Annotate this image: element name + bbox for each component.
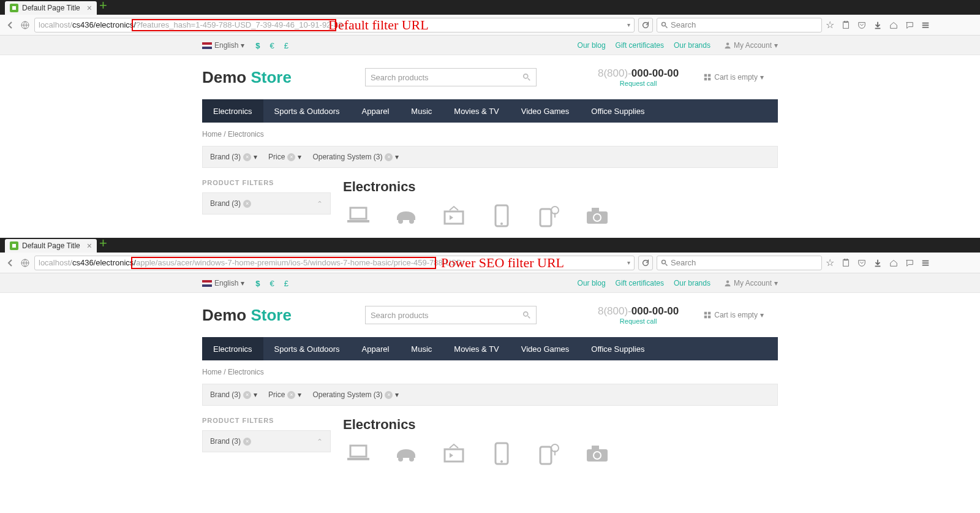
link-gift[interactable]: Gift certificates bbox=[616, 279, 664, 287]
nav-item-movies[interactable]: Movies & TV bbox=[443, 99, 510, 123]
car-icon[interactable] bbox=[391, 203, 421, 228]
request-call-link[interactable]: Request call bbox=[598, 80, 679, 87]
camera-icon[interactable] bbox=[582, 203, 612, 228]
bookmark-star-icon[interactable]: ☆ bbox=[826, 257, 834, 268]
menu-icon[interactable] bbox=[921, 21, 930, 29]
nav-item-sports[interactable]: Sports & Outdoors bbox=[263, 337, 351, 360]
account-menu[interactable]: My Account ▾ bbox=[724, 279, 778, 287]
browser-search-box[interactable]: Search bbox=[657, 18, 822, 32]
phone-icon[interactable] bbox=[486, 441, 517, 466]
svg-point-35 bbox=[398, 457, 403, 462]
request-call-link[interactable]: Request call bbox=[598, 317, 679, 325]
camera-icon[interactable] bbox=[582, 441, 612, 466]
filter-os[interactable]: Operating System (3) × ▾ bbox=[312, 390, 399, 399]
browser-tab[interactable]: Default Page Title × bbox=[5, 1, 97, 15]
product-search-input[interactable]: Search products bbox=[365, 68, 537, 86]
clear-icon[interactable]: × bbox=[243, 200, 251, 208]
back-button[interactable] bbox=[5, 257, 16, 268]
cart-button[interactable]: Cart is empty ▾ bbox=[703, 311, 764, 319]
language-selector[interactable]: English ▾ bbox=[202, 279, 244, 287]
reload-button[interactable] bbox=[638, 18, 653, 32]
chevron-up-icon[interactable]: ⌄ bbox=[317, 199, 323, 208]
pocket-icon[interactable] bbox=[858, 259, 866, 267]
link-gift[interactable]: Gift certificates bbox=[616, 41, 664, 50]
nav-item-office[interactable]: Office Supplies bbox=[580, 337, 655, 360]
nav-item-games[interactable]: Video Games bbox=[510, 99, 581, 123]
clear-icon[interactable]: × bbox=[243, 391, 251, 399]
nav-item-office[interactable]: Office Supplies bbox=[580, 99, 655, 123]
logo[interactable]: Demo Store bbox=[202, 306, 292, 325]
home-icon[interactable] bbox=[889, 21, 898, 29]
gps-icon[interactable] bbox=[534, 203, 565, 228]
clear-icon[interactable]: × bbox=[385, 153, 393, 161]
download-icon[interactable] bbox=[873, 21, 882, 29]
car-icon[interactable] bbox=[391, 441, 421, 466]
breadcrumb-home[interactable]: Home bbox=[202, 130, 222, 139]
nav-item-apparel[interactable]: Apparel bbox=[351, 337, 401, 360]
filter-os[interactable]: Operating System (3) × ▾ bbox=[312, 153, 399, 161]
filter-price[interactable]: Price × ▾ bbox=[268, 390, 301, 399]
download-icon[interactable] bbox=[873, 259, 882, 267]
home-icon[interactable] bbox=[889, 259, 898, 267]
chevron-up-icon[interactable]: ⌄ bbox=[317, 437, 323, 446]
nav-item-music[interactable]: Music bbox=[400, 337, 443, 360]
nav-item-movies[interactable]: Movies & TV bbox=[443, 337, 510, 360]
link-blog[interactable]: Our blog bbox=[578, 279, 606, 287]
sidebar-filter-brand[interactable]: Brand (3)× ⌄ bbox=[202, 430, 331, 452]
nav-item-electronics[interactable]: Electronics bbox=[202, 99, 263, 123]
chat-icon[interactable] bbox=[905, 21, 914, 29]
product-search-input[interactable]: Search products bbox=[365, 306, 537, 324]
link-brands[interactable]: Our brands bbox=[674, 279, 710, 287]
clear-icon[interactable]: × bbox=[243, 438, 251, 446]
url-dropdown-icon[interactable]: ▾ bbox=[627, 259, 630, 266]
nav-item-sports[interactable]: Sports & Outdoors bbox=[263, 99, 351, 123]
search-icon[interactable] bbox=[522, 311, 531, 319]
clear-icon[interactable]: × bbox=[385, 391, 393, 399]
filter-brand[interactable]: Brand (3) × ▾ bbox=[210, 390, 257, 399]
link-brands[interactable]: Our brands bbox=[674, 41, 710, 50]
chat-icon[interactable] bbox=[905, 259, 914, 267]
laptop-icon[interactable] bbox=[343, 203, 374, 228]
close-tab-icon[interactable]: × bbox=[87, 3, 92, 13]
reload-button[interactable] bbox=[638, 256, 653, 270]
tv-icon[interactable] bbox=[439, 203, 469, 228]
breadcrumb: Home / Electronics bbox=[202, 368, 778, 376]
tv-icon[interactable] bbox=[439, 441, 469, 466]
menu-icon[interactable] bbox=[921, 259, 930, 267]
search-icon[interactable] bbox=[522, 73, 531, 82]
clear-icon[interactable]: × bbox=[243, 153, 251, 161]
account-menu[interactable]: My Account ▾ bbox=[724, 41, 778, 50]
cart-button[interactable]: Cart is empty ▾ bbox=[703, 73, 764, 82]
globe-icon bbox=[20, 20, 31, 31]
logo[interactable]: Demo Store bbox=[202, 68, 292, 87]
nav-item-games[interactable]: Video Games bbox=[510, 337, 581, 360]
bookmark-star-icon[interactable]: ☆ bbox=[826, 19, 834, 31]
new-tab-button[interactable]: + bbox=[99, 0, 107, 13]
currency-selector[interactable]: $ € £ bbox=[255, 41, 288, 50]
back-button[interactable] bbox=[5, 20, 16, 31]
sidebar-filter-brand[interactable]: Brand (3)× ⌄ bbox=[202, 192, 331, 215]
filter-brand[interactable]: Brand (3) × ▾ bbox=[210, 153, 257, 161]
gps-icon[interactable] bbox=[534, 441, 565, 466]
link-blog[interactable]: Our blog bbox=[578, 41, 606, 50]
browser-tab[interactable]: Default Page Title × bbox=[5, 239, 97, 253]
language-selector[interactable]: English ▾ bbox=[202, 41, 244, 50]
nav-item-music[interactable]: Music bbox=[400, 99, 443, 123]
filter-price[interactable]: Price × ▾ bbox=[268, 153, 301, 161]
url-dropdown-icon[interactable]: ▾ bbox=[627, 21, 630, 28]
breadcrumb-home[interactable]: Home bbox=[202, 368, 222, 376]
pocket-icon[interactable] bbox=[858, 21, 866, 29]
flag-icon bbox=[202, 42, 212, 49]
new-tab-button[interactable]: + bbox=[99, 238, 107, 251]
nav-item-electronics[interactable]: Electronics bbox=[202, 337, 263, 360]
laptop-icon[interactable] bbox=[343, 441, 374, 466]
close-tab-icon[interactable]: × bbox=[87, 241, 92, 251]
browser-search-box[interactable]: Search bbox=[657, 256, 822, 270]
clear-icon[interactable]: × bbox=[287, 153, 295, 161]
nav-item-apparel[interactable]: Apparel bbox=[351, 99, 401, 123]
clear-icon[interactable]: × bbox=[287, 391, 295, 399]
clipboard-icon[interactable] bbox=[842, 259, 850, 267]
clipboard-icon[interactable] bbox=[842, 21, 850, 29]
phone-icon[interactable] bbox=[486, 203, 517, 228]
currency-selector[interactable]: $ € £ bbox=[255, 279, 288, 288]
